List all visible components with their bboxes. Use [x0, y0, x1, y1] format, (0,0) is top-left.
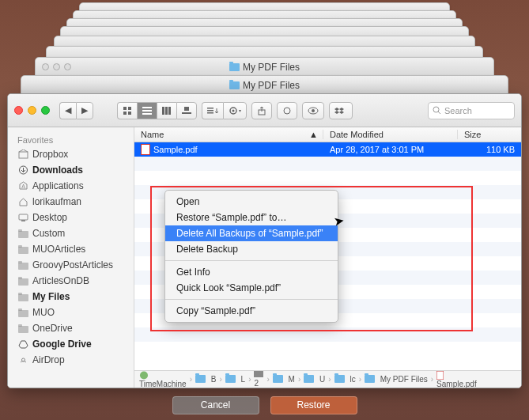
sidebar-item-label: Google Drive: [32, 339, 92, 350]
cancel-button[interactable]: Cancel: [172, 396, 259, 414]
context-menu[interactable]: OpenRestore “Sample.pdf” to…Delete All B…: [164, 190, 338, 323]
folder-icon: [229, 81, 240, 89]
dropbox-icon: [334, 106, 347, 115]
sidebar-item-label: ArticlesOnDB: [32, 275, 89, 286]
action-button[interactable]: [223, 102, 247, 119]
context-menu-item[interactable]: Delete Backup: [165, 241, 338, 257]
path-segment[interactable]: L: [225, 375, 245, 384]
svg-rect-26: [19, 214, 28, 220]
svg-rect-0: [123, 107, 127, 110]
gear-icon: [229, 106, 241, 115]
svg-rect-23: [19, 152, 28, 158]
column-view-button[interactable]: [157, 102, 176, 119]
column-size[interactable]: Size: [458, 130, 521, 139]
sidebar-item[interactable]: Desktop: [8, 210, 134, 225]
zoom-icon[interactable]: [41, 106, 50, 115]
column-date[interactable]: Date Modified: [323, 130, 458, 139]
path-separator-icon: ›: [298, 375, 300, 384]
context-menu-item[interactable]: Delete All Backups of “Sample.pdf”: [165, 225, 338, 241]
file-row-selected[interactable]: Sample.pdf Apr 28, 2017 at 3:01 PM 110 K…: [134, 142, 521, 157]
svg-rect-8: [165, 107, 168, 115]
share-button[interactable]: [251, 102, 272, 119]
sidebar-item[interactable]: GroovyPostArticles: [8, 257, 134, 273]
eye-icon: [308, 106, 319, 115]
folder-icon: [17, 324, 28, 333]
sidebar-item[interactable]: My Files: [8, 289, 134, 305]
sidebar-item-label: Custom: [32, 228, 65, 239]
svg-rect-27: [21, 220, 25, 221]
forward-button[interactable]: ▶: [76, 102, 93, 119]
context-menu-item[interactable]: Restore “Sample.pdf” to…: [165, 210, 338, 225]
sidebar-item[interactable]: Dropbox: [8, 146, 134, 162]
list-icon: [142, 106, 152, 115]
context-menu-item[interactable]: Open: [165, 194, 338, 210]
tags-button[interactable]: [277, 102, 297, 119]
apps-icon: A: [17, 181, 28, 191]
sidebar-item[interactable]: OneDrive: [8, 320, 134, 336]
sidebar-item[interactable]: lorikaufman: [8, 194, 134, 210]
arrange-button[interactable]: [202, 102, 223, 119]
context-menu-item[interactable]: Copy “Sample.pdf”: [165, 303, 338, 319]
desk-icon: [17, 213, 28, 222]
sidebar-item[interactable]: MUO: [8, 305, 134, 320]
box-icon: [17, 149, 28, 159]
folder-icon: [17, 260, 28, 270]
stacked-window-title-back: My PDF Files: [35, 57, 494, 77]
path-segment[interactable]: Sample.pdf: [436, 371, 477, 388]
path-segment[interactable]: My PDF Files: [365, 375, 428, 384]
restore-button[interactable]: Restore: [270, 396, 357, 414]
path-segment[interactable]: M: [273, 375, 295, 384]
context-menu-item[interactable]: Get Info: [165, 264, 338, 280]
path-segment[interactable]: 2: [254, 371, 263, 388]
path-segment[interactable]: TimeMachine: [139, 371, 187, 388]
gd-icon: [17, 339, 28, 349]
minimize-icon[interactable]: [28, 106, 36, 115]
menu-separator: [165, 260, 338, 261]
search-input[interactable]: Search: [428, 102, 515, 119]
folder-icon: [17, 276, 28, 286]
icon-view-button[interactable]: [117, 102, 137, 119]
sidebar-item-label: GroovyPostArticles: [32, 259, 113, 271]
path-segment[interactable]: B: [195, 375, 216, 384]
window-controls[interactable]: [14, 106, 50, 115]
sidebar-item-label: MUO: [32, 307, 55, 318]
sidebar-item-label: My Files: [32, 291, 70, 302]
home-icon: [17, 197, 28, 206]
path-bar[interactable]: TimeMachine› B› L› 2› M› U› lc› My PDF F…: [134, 370, 521, 388]
path-segment[interactable]: lc: [334, 375, 356, 384]
arrange-icon: [207, 106, 218, 115]
sidebar-item[interactable]: Downloads: [8, 162, 134, 178]
column-headers[interactable]: Name▲ Date Modified Size: [134, 127, 521, 142]
sidebar-item[interactable]: MUOArticles: [8, 241, 134, 257]
back-button[interactable]: ◀: [59, 102, 76, 119]
svg-rect-5: [142, 110, 152, 112]
coverflow-view-button[interactable]: [176, 102, 197, 119]
svg-rect-7: [162, 107, 164, 115]
sidebar-item[interactable]: AirDrop: [8, 352, 134, 368]
view-switcher[interactable]: [117, 102, 197, 119]
finder-window: ◀ ▶: [7, 93, 522, 388]
coverflow-icon: [182, 106, 191, 115]
dropbox-button[interactable]: [329, 102, 353, 119]
nav-buttons[interactable]: ◀ ▶: [59, 102, 93, 119]
list-view-button[interactable]: [137, 102, 157, 119]
path-separator-icon: ›: [328, 375, 331, 384]
air-icon: [17, 355, 28, 365]
sidebar-item[interactable]: ArticlesOnDB: [8, 273, 134, 289]
svg-rect-34: [18, 278, 28, 286]
svg-point-43: [140, 371, 148, 379]
sidebar-item[interactable]: Google Drive: [8, 336, 134, 352]
path-segment[interactable]: U: [304, 375, 325, 384]
context-menu-item[interactable]: Quick Look “Sample.pdf”: [165, 280, 338, 296]
path-separator-icon: ›: [266, 375, 269, 384]
sidebar-item-label: Desktop: [32, 212, 67, 223]
sidebar-item[interactable]: AApplications: [8, 178, 134, 194]
sidebar-item[interactable]: Custom: [8, 225, 134, 241]
svg-rect-45: [436, 371, 444, 380]
svg-rect-44: [254, 371, 263, 377]
svg-rect-14: [207, 112, 213, 114]
search-icon: [433, 106, 441, 115]
close-icon[interactable]: [14, 106, 23, 115]
column-name[interactable]: Name▲: [134, 130, 323, 139]
quicklook-button[interactable]: [302, 102, 324, 119]
